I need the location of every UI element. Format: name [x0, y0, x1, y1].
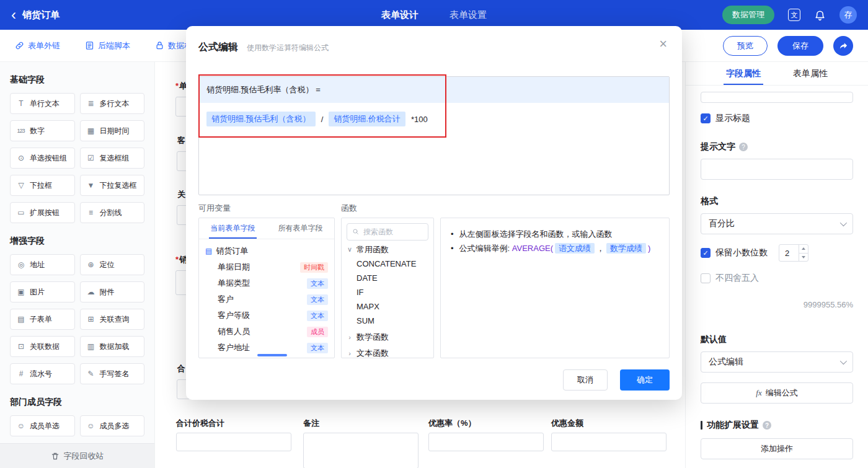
field-label: 流水号 [30, 369, 52, 379]
cancel-button[interactable]: 取消 [563, 369, 608, 391]
help-question-icon[interactable]: ? [739, 143, 748, 151]
field-button-member-multi[interactable]: ☺成员多选 [80, 415, 145, 436]
topbar-tabs: 表单设计 表单设置 [381, 9, 487, 21]
search-icon [352, 228, 360, 236]
function-item[interactable]: IF [347, 285, 428, 299]
field-button-member-single[interactable]: ☺成员单选 [10, 415, 75, 436]
field-button-extension-button[interactable]: ▭扩展按钮 [10, 202, 75, 223]
variable-item[interactable]: 销售人员成员 [205, 324, 328, 340]
format-select[interactable]: 百分比 [701, 213, 853, 234]
discount-amount-input[interactable] [551, 433, 666, 451]
help-example-prefix: 公式编辑举例: [459, 244, 512, 253]
basic-fields-grid: T单行文本 ≣多行文本 123数字 ▦日期时间 ⊙单选按钮组 ☑复选框组 ▽下拉… [10, 93, 144, 223]
share-button[interactable] [833, 36, 853, 56]
confirm-button[interactable]: 确定 [620, 369, 670, 391]
field-type-tag: 成员 [307, 327, 328, 337]
field-recycle-bin[interactable]: 字段回收站 [0, 443, 154, 468]
tab-form-settings[interactable]: 表单设置 [450, 9, 487, 21]
field-button-linked-query[interactable]: ⊞关联查询 [80, 309, 145, 330]
variables-panel: 当前表单字段 所有表单字段 ▤ 销货订单 单据日期时间戳 单据类型文本 客户文本… [198, 218, 335, 358]
function-item[interactable]: CONCATENATE [347, 257, 428, 271]
hint-text-input[interactable] [701, 159, 853, 180]
field-button-number[interactable]: 123数字 [10, 120, 75, 141]
back-icon[interactable]: ‹ [11, 7, 16, 22]
function-item[interactable]: MAPX [347, 299, 428, 314]
notification-bell-icon[interactable] [814, 9, 826, 21]
data-manage-button[interactable]: 数据管理 [722, 6, 774, 24]
field-label: 多行文本 [100, 99, 130, 109]
variable-item[interactable]: 客户等级文本 [205, 307, 328, 324]
title-input-partial[interactable] [701, 92, 853, 103]
formula-field-chip[interactable]: 销货明细.价税合计 [329, 112, 405, 126]
variable-name: 客户等级 [218, 310, 250, 321]
stepper-up-button[interactable] [799, 245, 808, 254]
function-group-math[interactable]: › 数学函数 [347, 330, 428, 344]
variable-item[interactable]: 单据日期时间戳 [205, 259, 328, 275]
field-button-dropdown[interactable]: ▽下拉框 [10, 175, 75, 196]
remarks-input[interactable] [303, 433, 418, 468]
tab-field-properties[interactable]: 字段属性 [726, 62, 761, 85]
field-button-attachment[interactable]: ☁附件 [80, 281, 145, 302]
variable-item[interactable]: 客户文本 [205, 291, 328, 307]
show-title-checkbox[interactable]: ✓ [701, 113, 711, 123]
tab-form-design[interactable]: 表单设计 [381, 9, 418, 21]
variable-name: 客户地址 [218, 342, 250, 353]
variables-tree: ▤ 销货订单 单据日期时间戳 单据类型文本 客户文本 客户等级文本 销售人员成员… [199, 239, 334, 356]
formula-editor-area[interactable]: 销货明细.预估毛利率（含税） = 销货明细.预估毛利（含税） / 销货明细.价税… [198, 76, 670, 195]
total-amount-input[interactable] [176, 433, 291, 451]
discount-rate-input[interactable] [428, 433, 544, 451]
edit-formula-button[interactable]: fx 编辑公式 [701, 382, 853, 404]
help-example-field-chip: 语文成绩 [555, 243, 595, 254]
field-button-multi-line-text[interactable]: ≣多行文本 [80, 93, 145, 114]
field-label-text: 合 [177, 364, 185, 373]
formula-field-chip[interactable]: 销货明细.预估毛利（含税） [206, 112, 316, 126]
linked-query-icon: ⊞ [86, 315, 96, 324]
field-button-radio-group[interactable]: ⊙单选按钮组 [10, 148, 75, 169]
language-icon[interactable]: 文 [788, 9, 800, 21]
help-tip: • 从左侧面板选择字段名和函数，或输入函数 [451, 227, 659, 241]
field-button-checkbox-group[interactable]: ☑复选框组 [80, 148, 145, 169]
avatar[interactable]: 存 [839, 6, 857, 24]
tab-form-properties[interactable]: 表单属性 [793, 62, 828, 85]
form-external-link-item[interactable]: 表单外链 [15, 40, 60, 51]
help-question-icon[interactable]: ? [763, 421, 771, 430]
field-button-datetime[interactable]: ▦日期时间 [80, 120, 145, 141]
add-action-button[interactable]: 添加操作 [701, 438, 853, 459]
field-button-serial-number[interactable]: #流水号 [10, 363, 75, 384]
save-button[interactable]: 保存 [777, 36, 823, 56]
function-group-common[interactable]: ∨ 常用函数 [347, 242, 428, 257]
default-value-select[interactable]: 公式编辑 [701, 351, 853, 373]
function-group-text[interactable]: › 文本函数 [347, 346, 428, 358]
variable-item[interactable]: 单据类型文本 [205, 275, 328, 291]
close-icon[interactable]: × [659, 37, 667, 51]
field-button-image[interactable]: ▣图片 [10, 281, 75, 302]
no-rounding-checkbox[interactable] [701, 273, 711, 283]
field-button-linked-data[interactable]: ⊡关联数据 [10, 336, 75, 357]
tool-item-label: 表单外链 [28, 40, 60, 51]
field-button-signature[interactable]: ✎手写签名 [80, 363, 145, 384]
horizontal-scrollbar-thumb[interactable] [257, 354, 287, 356]
variables-root-node[interactable]: ▤ 销货订单 [205, 243, 328, 259]
backend-script-item[interactable]: 后端脚本 [85, 40, 130, 51]
keep-decimals-checkbox[interactable]: ✓ [701, 248, 711, 258]
field-label: 附件 [100, 287, 115, 298]
toolbar-actions: 预览 保存 [723, 36, 853, 56]
field-button-address[interactable]: ◎地址 [10, 254, 75, 275]
multi-line-text-icon: ≣ [86, 99, 96, 108]
field-button-data-load[interactable]: ▥数据加载 [80, 336, 145, 357]
preview-button[interactable]: 预览 [723, 36, 768, 56]
function-search-input[interactable] [363, 227, 423, 236]
function-item[interactable]: DATE [347, 271, 428, 285]
field-button-location[interactable]: ⊕定位 [80, 254, 145, 275]
tab-all-form-fields[interactable]: 所有表单字段 [267, 218, 334, 239]
field-button-divider[interactable]: ≡分割线 [80, 202, 145, 223]
function-search-box [347, 223, 428, 241]
field-button-single-line-text[interactable]: T单行文本 [10, 93, 75, 114]
tab-current-form-fields[interactable]: 当前表单字段 [199, 218, 267, 239]
stepper-down-button[interactable] [799, 254, 808, 262]
keep-decimals-label: 保留小数位数 [715, 247, 768, 258]
field-button-subform[interactable]: ▤子表单 [10, 309, 75, 330]
decimals-stepper[interactable]: 2 [779, 244, 808, 262]
function-item[interactable]: SUM [347, 314, 428, 328]
field-button-multi-dropdown[interactable]: ▼下拉复选框 [80, 175, 145, 196]
